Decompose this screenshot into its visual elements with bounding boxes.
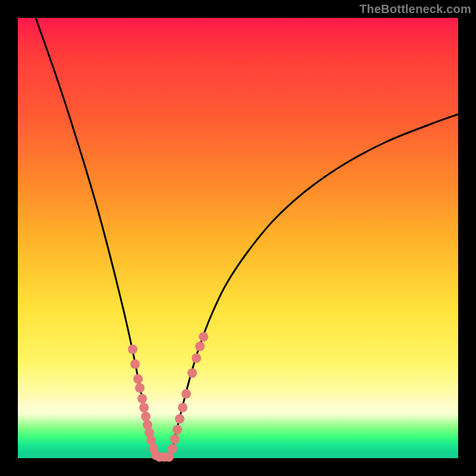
data-dot: [175, 414, 184, 424]
data-dot: [195, 342, 205, 351]
data-dot: [181, 389, 191, 399]
watermark-text: TheBottleneck.com: [359, 2, 471, 16]
curve-right-branch: [170, 114, 458, 458]
data-dot: [192, 353, 201, 363]
data-dot: [187, 368, 197, 378]
data-dot: [137, 394, 147, 403]
data-dot: [199, 332, 208, 342]
data-dot: [133, 374, 143, 384]
chart-svg: [18, 18, 458, 458]
data-dot: [139, 403, 149, 412]
plot-area: [18, 18, 458, 458]
data-dot: [135, 383, 145, 393]
data-dot: [170, 434, 180, 444]
data-dot: [146, 436, 156, 445]
data-dot: [141, 412, 151, 421]
data-dot: [128, 345, 137, 354]
outer-frame: TheBottleneck.com: [0, 0, 476, 476]
data-dot: [173, 425, 182, 434]
data-dot: [168, 444, 177, 453]
data-dot: [164, 452, 174, 462]
data-dots: [128, 332, 208, 462]
data-dot: [130, 359, 140, 369]
data-dot: [178, 403, 187, 412]
